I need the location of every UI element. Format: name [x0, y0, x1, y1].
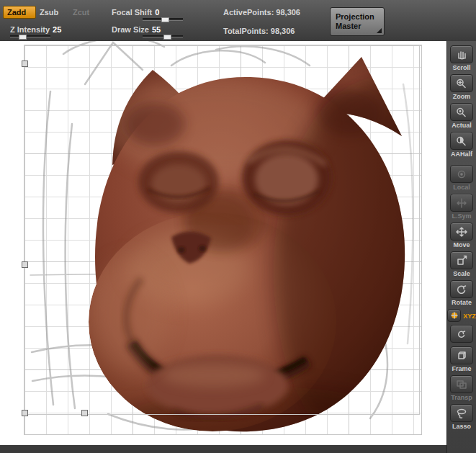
tool-label: Transp [451, 394, 472, 401]
zsub-button[interactable]: Zsub [40, 8, 58, 17]
tool-label: Lasso [452, 423, 471, 430]
z-intensity-slider[interactable] [10, 35, 50, 38]
tool-label: Scale [453, 270, 470, 277]
move-icon [450, 223, 473, 241]
transform-handle[interactable] [81, 410, 88, 416]
tool-lasso[interactable]: Lasso [450, 404, 473, 430]
tool-label: Local [453, 184, 470, 191]
transform-handle[interactable] [22, 410, 28, 416]
tool-local[interactable]: Local [450, 165, 473, 191]
tool-label: Actual [452, 122, 472, 129]
tool-lsym[interactable]: L.Sym [450, 194, 473, 220]
lasso-icon [450, 404, 473, 422]
tool-label: Move [453, 241, 470, 248]
top-toolbar: Zadd Zsub Zcut Focal Shift0 ActivePoints… [0, 0, 476, 42]
local-icon [450, 165, 473, 183]
tool-z-rotate[interactable] [450, 325, 473, 344]
tool-label: L.Sym [452, 212, 471, 220]
tool-label: Scroll [452, 64, 470, 71]
focal-shift-slider[interactable] [143, 18, 183, 21]
transparency-icon [450, 375, 473, 393]
projection-master-button[interactable]: Projection Master [330, 7, 385, 36]
xyz-axis-icon [447, 309, 461, 322]
tool-scale[interactable]: Scale [450, 251, 473, 277]
scale-icon [450, 251, 473, 269]
tool-rotate[interactable]: Rotate [450, 280, 473, 306]
active-points-readout: ActivePoints: 98,306 [223, 8, 300, 17]
tool-label: Rotate [452, 299, 472, 306]
z-rotate-icon [450, 325, 473, 343]
cube-icon [450, 346, 473, 364]
hand-icon [450, 45, 473, 63]
tool-zoom[interactable]: Zoom [450, 74, 473, 100]
tool-xyz[interactable]: XYZ [447, 309, 476, 322]
tool-move[interactable]: Move [450, 223, 473, 248]
transform-handle[interactable] [22, 261, 28, 268]
draw-size-label: Draw Size [112, 25, 149, 34]
focal-shift-value: 0 [155, 8, 159, 17]
z-intensity-slider-label[interactable]: Z Intensity25 [10, 25, 61, 34]
document-canvas[interactable] [0, 41, 446, 445]
focal-shift-slider-label[interactable]: Focal Shift0 [112, 8, 159, 17]
tool-label: Zoom [453, 93, 471, 100]
z-intensity-value: 25 [53, 25, 61, 34]
focal-shift-label: Focal Shift [112, 8, 152, 17]
tool-frame[interactable]: Frame [450, 346, 473, 372]
tool-aahalf[interactable]: AAHalf [450, 132, 473, 158]
z-intensity-label: Z Intensity [10, 25, 50, 34]
symmetry-icon [450, 194, 473, 212]
total-points-readout: TotalPoints: 98,306 [223, 27, 295, 35]
zcut-button[interactable]: Zcut [73, 8, 89, 17]
tool-scroll[interactable]: Scroll [450, 45, 473, 71]
tool-actual[interactable]: Actual [450, 103, 473, 129]
rotate-icon [450, 280, 473, 298]
zadd-button[interactable]: Zadd [3, 6, 36, 19]
draw-size-value: 55 [152, 25, 161, 34]
draw-size-slider-label[interactable]: Draw Size55 [112, 25, 161, 34]
right-tool-shelf: Scroll Zoom Actual AAHalf Local L.Sym [446, 41, 476, 453]
transform-handle[interactable] [22, 60, 28, 67]
tool-label: Frame [452, 365, 471, 372]
zoom-icon [450, 74, 473, 92]
focal-shift-slider-handle[interactable] [161, 17, 169, 22]
magnifier-half-icon [450, 132, 473, 150]
draw-size-slider-handle[interactable] [163, 35, 171, 40]
tool-transp[interactable]: Transp [450, 375, 473, 401]
tool-label: AAHalf [451, 151, 472, 158]
draw-size-slider[interactable] [143, 35, 183, 38]
canvas-frame-outline [24, 45, 420, 415]
tool-label: XYZ [463, 313, 476, 320]
z-intensity-slider-handle[interactable] [19, 35, 27, 40]
magnifier-icon [450, 103, 473, 121]
